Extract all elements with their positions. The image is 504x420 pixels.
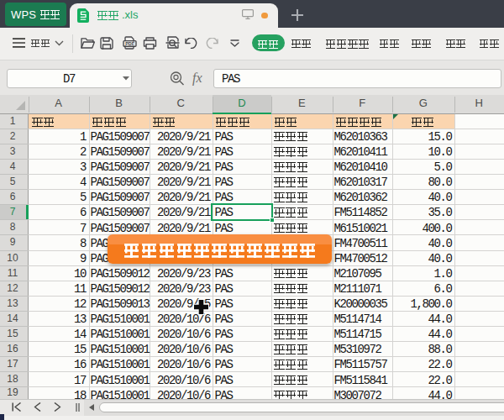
svg-text:PDF: PDF — [125, 41, 134, 46]
